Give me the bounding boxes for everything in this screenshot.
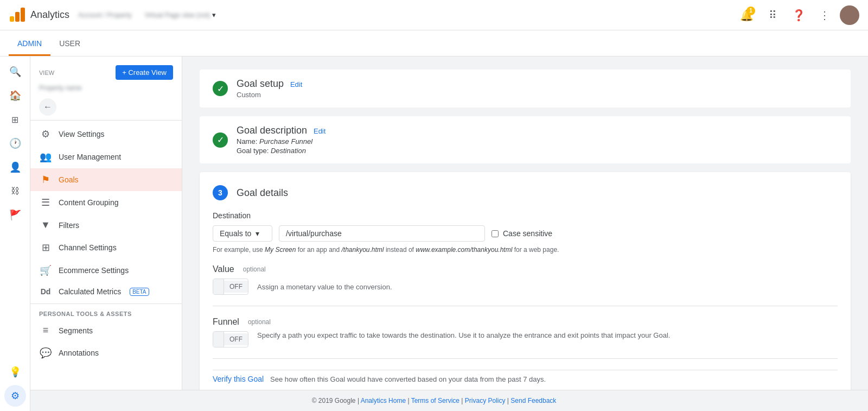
nav-item-channel-settings[interactable]: ⊞ Channel Settings bbox=[30, 236, 182, 259]
more-options-button[interactable]: ⋮ bbox=[814, 4, 835, 26]
hint-mid: for an app and bbox=[298, 246, 342, 254]
nav-item-label: Filters bbox=[59, 221, 79, 230]
lightbulb-icon: 💡 bbox=[9, 366, 21, 378]
nav-item-ecommerce-settings[interactable]: 🛒 Ecommerce Settings bbox=[30, 259, 182, 282]
svg-rect-0 bbox=[10, 16, 14, 22]
sidebar-icon-people[interactable]: 👤 bbox=[4, 156, 26, 178]
tab-admin[interactable]: ADMIN bbox=[9, 33, 50, 56]
value-label: Value bbox=[213, 264, 234, 274]
destination-input[interactable] bbox=[279, 225, 485, 242]
app-title: Analytics bbox=[30, 9, 69, 21]
nav-back-button[interactable]: ← bbox=[39, 98, 56, 116]
goal-type-value: Destination bbox=[271, 147, 306, 155]
goal-step-1-header: ✓ Goal setup Edit Custom bbox=[200, 69, 851, 108]
nav-item-annotations[interactable]: 💬 Annotations bbox=[30, 342, 182, 364]
link-icon: ⛓ bbox=[11, 186, 20, 196]
equals-to-dropdown[interactable]: Equals to ▾ bbox=[213, 225, 272, 242]
hint-instead: instead of bbox=[386, 246, 416, 254]
step-2-title-row: Goal description Edit bbox=[237, 125, 326, 136]
breadcrumb-current-text: Virtual Page view (not) bbox=[145, 11, 210, 19]
step-1-title: Goal setup bbox=[237, 78, 284, 89]
sidebar-bottom: 💡 ⚙ bbox=[4, 361, 26, 411]
value-toggle-switch[interactable]: OFF bbox=[213, 279, 248, 295]
funnel-toggle-switch[interactable]: OFF bbox=[213, 331, 248, 347]
breadcrumb-dropdown[interactable]: Virtual Page view (not) ▾ bbox=[141, 9, 221, 21]
breadcrumb: Account / Property Virtual Page view (no… bbox=[78, 9, 220, 21]
create-view-button[interactable]: + Create View bbox=[116, 65, 173, 80]
sidebar-icon-flag[interactable]: 🚩 bbox=[4, 204, 26, 226]
app-logo: Analytics bbox=[9, 7, 69, 24]
sidebar-icon-dashboard[interactable]: ⊞ bbox=[4, 109, 26, 130]
goal-step-3-header: 3 Goal details bbox=[213, 185, 838, 200]
help-icon: ❓ bbox=[792, 9, 806, 22]
sidebar-icon-reports[interactable]: 🕐 bbox=[4, 132, 26, 154]
more-icon: ⋮ bbox=[819, 9, 830, 22]
main-layout: 🔍 🏠 ⊞ 🕐 👤 ⛓ 🚩 💡 ⚙ bbox=[0, 56, 868, 411]
step-1-edit-link[interactable]: Edit bbox=[290, 80, 302, 88]
ecommerce-icon: 🛒 bbox=[39, 264, 52, 276]
dashboard-icon: ⊞ bbox=[11, 115, 18, 125]
step-1-subtitle: Custom bbox=[237, 91, 302, 99]
name-label: Name: bbox=[237, 137, 257, 146]
nav-item-label: Content Grouping bbox=[59, 198, 119, 207]
search-icon: 🔍 bbox=[9, 66, 21, 78]
nav-item-segments[interactable]: ≡ Segments bbox=[30, 319, 182, 342]
chevron-down-icon: ▾ bbox=[212, 11, 216, 19]
home-icon: 🏠 bbox=[9, 90, 21, 102]
apps-button[interactable]: ⠿ bbox=[762, 4, 783, 26]
value-toggle-row: OFF Assign a monetary value to the conve… bbox=[213, 279, 838, 295]
top-nav-right: 🔔 1 ⠿ ❓ ⋮ bbox=[736, 4, 859, 26]
annotations-icon: 💬 bbox=[39, 347, 52, 359]
verify-description: See how often this Goal would have conve… bbox=[270, 375, 546, 383]
channel-settings-icon: ⊞ bbox=[39, 242, 52, 254]
sidebar-icon-lightbulb[interactable]: 💡 bbox=[4, 361, 26, 383]
funnel-toggle-label: OFF bbox=[224, 333, 248, 345]
nav-item-goals[interactable]: ⚑ Goals bbox=[30, 168, 182, 191]
nav-item-user-management[interactable]: 👥 User Management bbox=[30, 146, 182, 168]
sidebar-icon-search[interactable]: 🔍 bbox=[4, 61, 26, 83]
nav-item-content-grouping[interactable]: ☰ Content Grouping bbox=[30, 191, 182, 214]
value-toggle-label: OFF bbox=[224, 281, 248, 293]
notifications-button[interactable]: 🔔 1 bbox=[736, 4, 757, 26]
nav-item-view-settings[interactable]: ⚙ View Settings bbox=[30, 123, 182, 146]
goals-icon: ⚑ bbox=[39, 174, 52, 186]
view-settings-icon: ⚙ bbox=[39, 128, 52, 140]
hint-end: for a web page. bbox=[514, 246, 559, 254]
nav-item-label: View Settings bbox=[59, 130, 105, 138]
step-2-type: Goal type: Destination bbox=[237, 147, 326, 155]
destination-section: Destination Equals to ▾ Case sensitive F… bbox=[213, 211, 838, 254]
nav-item-label: Goals bbox=[59, 175, 79, 184]
filters-icon: ▼ bbox=[39, 219, 52, 231]
verify-goal-link[interactable]: Verify this Goal bbox=[213, 375, 264, 383]
funnel-description: Specify a path you expect traffic to tak… bbox=[257, 331, 670, 339]
user-avatar[interactable] bbox=[840, 5, 859, 25]
case-sensitive-row: Case sensitive bbox=[492, 229, 552, 238]
sidebar-icon-settings[interactable]: ⚙ bbox=[4, 385, 26, 407]
goal-step-1: ✓ Goal setup Edit Custom bbox=[200, 69, 851, 108]
footer-privacy-link[interactable]: Privacy Policy bbox=[465, 397, 506, 404]
destination-row: Equals to ▾ Case sensitive bbox=[213, 225, 838, 242]
funnel-header: Funnel optional bbox=[213, 317, 838, 327]
nav-item-filters[interactable]: ▼ Filters bbox=[30, 214, 182, 236]
footer-feedback-link[interactable]: Send Feedback bbox=[510, 397, 556, 404]
help-button[interactable]: ❓ bbox=[788, 4, 809, 26]
nav-panel-header: View + Create View bbox=[30, 61, 182, 82]
tab-user[interactable]: USER bbox=[50, 33, 89, 56]
funnel-label: Funnel bbox=[213, 317, 239, 327]
funnel-toggle-row: OFF Specify a path you expect traffic to… bbox=[213, 331, 838, 347]
sidebar-icon-home[interactable]: 🏠 bbox=[4, 85, 26, 106]
segments-icon: ≡ bbox=[39, 325, 52, 336]
footer-analytics-home-link[interactable]: Analytics Home bbox=[361, 397, 406, 404]
nav-item-calculated-metrics[interactable]: Dd Calculated Metrics BETA bbox=[30, 282, 182, 301]
step-2-name: Name: Purchase Funnel bbox=[237, 137, 326, 146]
name-value: Purchase Funnel bbox=[259, 137, 312, 146]
footer-terms-link[interactable]: Terms of Service bbox=[411, 397, 459, 404]
destination-label: Destination bbox=[213, 211, 838, 220]
sidebar-icon-conversions[interactable]: ⛓ bbox=[4, 180, 26, 202]
clock-icon: 🕐 bbox=[9, 137, 21, 149]
nav-divider bbox=[30, 120, 182, 121]
case-sensitive-label: Case sensitive bbox=[503, 229, 552, 238]
case-sensitive-checkbox[interactable] bbox=[492, 230, 499, 237]
step-2-edit-link[interactable]: Edit bbox=[314, 127, 326, 135]
apps-icon: ⠿ bbox=[769, 9, 777, 22]
